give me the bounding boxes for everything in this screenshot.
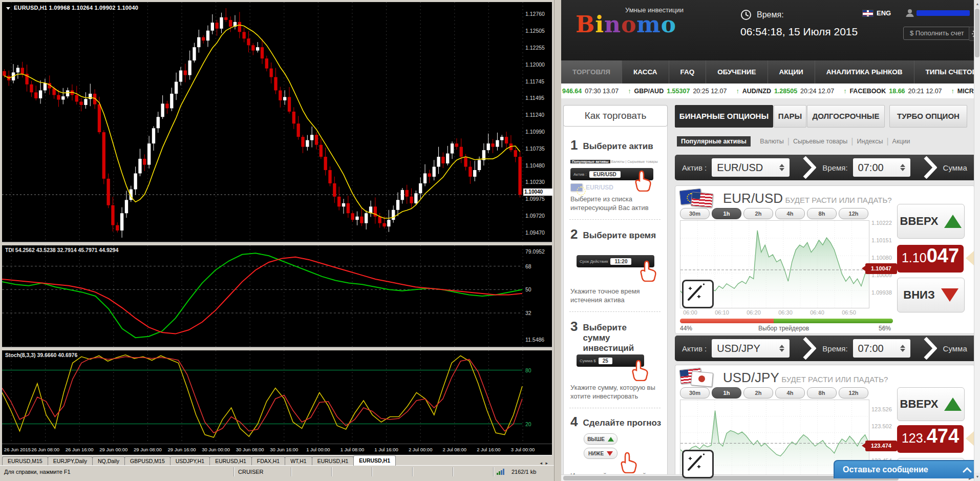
time-axis-label: 30 Jun 00:00 <box>202 447 230 452</box>
time-axis-label: 29 Jun 00:00 <box>99 447 127 452</box>
tab-longterm[interactable]: ДОЛГОСРОЧНЫЕ <box>807 105 885 128</box>
mt4-main-chart-pane[interactable]: 1.127601.125051.122551.120001.117451.114… <box>2 2 552 242</box>
howto-title: Как торговать <box>563 105 668 127</box>
nav-item-faq[interactable]: FAQ <box>669 60 707 83</box>
nav-item-market-analytics[interactable]: АНАЛИТИКА РЫНКОВ <box>815 60 914 83</box>
timeframe-30m[interactable]: 30m <box>680 387 710 399</box>
asset-select-eurusd[interactable]: EUR/USD <box>712 158 790 177</box>
screen: 1.127601.125051.122551.120001.117451.114… <box>0 0 980 481</box>
time-axis-label: 26 Jun 2015 <box>4 447 31 452</box>
chart-tab[interactable]: NQ,Daily <box>92 456 125 466</box>
eurusd-price-display: 1.10047 <box>897 245 964 273</box>
settings-gear-button[interactable] <box>969 27 974 41</box>
timeframe-1h[interactable]: 1h <box>712 208 741 219</box>
subtab-commodities[interactable]: Сырьевые товары <box>793 138 847 145</box>
chart-tab[interactable]: EURJPY,Daily <box>48 456 93 466</box>
binomo-header: Умные инвестиции Binomo Время: 06:54:18,… <box>561 0 974 60</box>
timeframe-8h[interactable]: 8h <box>807 387 837 399</box>
timeframe-4h[interactable]: 4h <box>775 208 805 219</box>
y-axis-label: 123.526 <box>871 406 892 412</box>
mt4-terminal-window: 1.127601.125051.122551.120001.117451.114… <box>0 0 554 481</box>
chart-tab-active[interactable]: EURUSD,H1 <box>353 455 396 466</box>
svg-text:1.09470: 1.09470 <box>525 229 545 236</box>
chart-tab[interactable]: WT,H1 <box>285 456 312 466</box>
down-triangle-icon <box>941 288 958 302</box>
howto-step-1: 1 Выберите актив <box>570 137 653 153</box>
chart-tab[interactable]: USDJPY,H1 <box>170 456 210 466</box>
usdjpy-flags <box>680 368 714 386</box>
timeframe-1h[interactable]: 1h <box>712 387 741 399</box>
usdjpy-up-button[interactable]: ВВЕРХ <box>897 387 965 421</box>
username-redacted[interactable] <box>917 10 970 16</box>
chart-tab[interactable]: GBPUSD,M15 <box>124 456 171 466</box>
traders-down-percent: 44% <box>680 325 692 332</box>
svg-text:1.12000: 1.12000 <box>525 61 545 68</box>
x-axis-label: 06:40 <box>810 309 824 316</box>
tab-pairs[interactable]: ПАРЫ <box>774 105 806 128</box>
separator <box>569 311 661 312</box>
hand-pointer-icon <box>633 169 653 192</box>
tab-turbo-option[interactable]: ТУРБО ОПЦИОН <box>889 105 967 128</box>
chart-type-wand-button[interactable] <box>682 450 714 478</box>
timeframe-2h[interactable]: 2h <box>743 387 773 399</box>
tdi-indicator-label: TDI 54.2562 43.5238 32.7914 45.7971 44.9… <box>5 247 118 253</box>
asset-select-usdjpy[interactable]: USD/JPY <box>712 339 790 358</box>
uk-flag-icon <box>862 10 874 17</box>
time-axis-label: 29 Jun 16:00 <box>168 447 196 452</box>
deposit-button[interactable]: $ Пополнить счет <box>903 27 971 40</box>
timeframe-12h[interactable]: 12h <box>839 208 868 219</box>
select-spinner-icon <box>779 164 784 171</box>
chart-tab[interactable]: EURUSD,M15 <box>2 456 48 466</box>
subtab-currencies[interactable]: Валюты <box>760 138 783 145</box>
nav-item-promotions[interactable]: АКЦИИ <box>768 60 815 83</box>
chart-tab[interactable]: EURUSD,H1 <box>209 456 252 466</box>
ticker-item: ↑GBP/AUD1.5530720:25 12.07 <box>628 88 727 95</box>
platform-time-label: Время: <box>757 10 784 19</box>
nav-item-account-types[interactable]: ТИПЫ СЧЕТОВ <box>914 60 974 83</box>
mt4-tdi-pane[interactable]: 79.095268503211.5486 <box>2 245 552 347</box>
separator <box>569 219 661 220</box>
svg-text:1.11495: 1.11495 <box>525 95 544 101</box>
vscroll-thumb[interactable] <box>975 9 979 57</box>
subtab-stocks[interactable]: Акции <box>892 138 910 145</box>
svg-text:1.09720: 1.09720 <box>525 213 545 219</box>
timeframe-2h[interactable]: 2h <box>743 208 773 219</box>
eurusd-up-button[interactable]: ВВЕРХ <box>897 204 965 239</box>
svg-text:1.10735: 1.10735 <box>525 145 545 152</box>
chart-tab[interactable]: FDAX,H1 <box>251 456 285 466</box>
chart-menu-caret-icon[interactable] <box>6 7 10 10</box>
tab-binary-options[interactable]: БИНАРНЫЕ ОПЦИОНЫ <box>675 105 773 128</box>
hand-pointer-icon <box>638 259 658 282</box>
scroll-down-arrow[interactable]: ▼ <box>974 473 980 481</box>
time-select-eurusd[interactable]: 07:00 <box>853 158 910 177</box>
nav-item-cashier[interactable]: КАССА <box>622 60 669 83</box>
svg-text:1.11240: 1.11240 <box>525 112 544 118</box>
eurusd-down-button[interactable]: ВНИЗ <box>897 278 965 312</box>
platform-time-value: 06:54:18, 15 Июля 2015 <box>740 26 858 38</box>
time-axis-label: 26 Jun 16:00 <box>66 447 94 452</box>
chart-type-wand-button[interactable] <box>682 280 714 308</box>
mt4-stoch-pane[interactable]: 8020 <box>2 350 552 444</box>
language-selector[interactable]: ENG <box>862 9 891 17</box>
subtab-popular-assets[interactable]: Популярные активы <box>677 136 751 147</box>
scroll-up-arrow[interactable]: ▲ <box>974 0 980 8</box>
leave-message-chat-bar[interactable]: Оставьте сообщение <box>834 460 974 478</box>
subtab-indices[interactable]: Индексы <box>857 138 883 145</box>
chevron-separator-icon <box>803 156 816 179</box>
select-spinner-icon <box>900 345 905 352</box>
timeframe-30m[interactable]: 30m <box>680 208 710 219</box>
user-icon[interactable] <box>905 8 914 17</box>
vertical-scrollbar[interactable]: ▲ ▼ <box>974 0 980 481</box>
time-axis-label: 2 Jul 00:00 <box>409 447 432 452</box>
mt4-tdi-chart: 79.095268503211.5486 <box>2 245 552 347</box>
chart-tab[interactable]: EURUSD,H1 <box>312 456 354 466</box>
howto-step1-desc: Выберите из списка интересующий Вас акти… <box>570 195 658 212</box>
us-flag-icon <box>691 192 713 208</box>
timeframe-12h[interactable]: 12h <box>839 387 868 399</box>
nav-item-education[interactable]: ОБУЧЕНИЕ <box>706 60 768 83</box>
timeframe-8h[interactable]: 8h <box>807 208 837 219</box>
time-select-usdjpy[interactable]: 07:00 <box>853 339 910 358</box>
howto-step3-desc: Укажите сумму, которую вы хотите инвести… <box>570 383 658 401</box>
nav-item-trading[interactable]: ТОРГОВЛЯ <box>561 60 622 83</box>
timeframe-4h[interactable]: 4h <box>775 387 805 399</box>
